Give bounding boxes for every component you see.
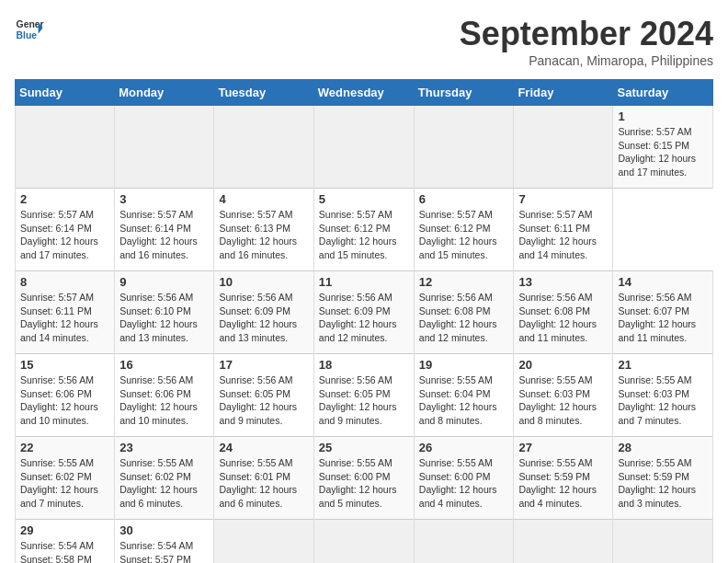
cell-info: Sunrise: 5:56 AMSunset: 6:07 PMDaylight:…	[618, 291, 708, 345]
col-saturday: Saturday	[613, 80, 713, 106]
svg-text:Blue: Blue	[17, 30, 38, 40]
calendar-cell	[313, 520, 414, 564]
cell-info: Sunrise: 5:57 AMSunset: 6:13 PMDaylight:…	[219, 208, 308, 262]
calendar-cell: 14Sunrise: 5:56 AMSunset: 6:07 PMDayligh…	[613, 271, 713, 354]
day-number: 14	[618, 275, 708, 289]
week-row: 8Sunrise: 5:57 AMSunset: 6:11 PMDaylight…	[16, 271, 713, 354]
calendar-cell: 28Sunrise: 5:55 AMSunset: 5:59 PMDayligh…	[613, 437, 713, 520]
calendar-cell: 21Sunrise: 5:55 AMSunset: 6:03 PMDayligh…	[613, 354, 713, 437]
calendar-cell: 6Sunrise: 5:57 AMSunset: 6:12 PMDaylight…	[414, 189, 514, 271]
calendar-cell: 13Sunrise: 5:56 AMSunset: 6:08 PMDayligh…	[514, 271, 613, 354]
cell-info: Sunrise: 5:57 AMSunset: 6:12 PMDaylight:…	[319, 208, 409, 262]
cell-info: Sunrise: 5:55 AMSunset: 5:59 PMDaylight:…	[518, 456, 608, 511]
day-number: 25	[319, 441, 409, 454]
cell-info: Sunrise: 5:55 AMSunset: 6:03 PMDaylight:…	[518, 373, 608, 428]
col-friday: Friday	[514, 80, 613, 106]
day-number: 21	[618, 358, 708, 372]
day-number: 6	[419, 192, 509, 206]
cell-info: Sunrise: 5:55 AMSunset: 6:00 PMDaylight:…	[419, 456, 509, 511]
day-number: 23	[119, 441, 209, 454]
calendar-cell: 12Sunrise: 5:56 AMSunset: 6:08 PMDayligh…	[414, 271, 514, 354]
logo-icon: General Blue	[15, 15, 44, 44]
calendar-cell	[613, 520, 713, 564]
day-number: 12	[419, 275, 509, 289]
empty-cell	[313, 106, 414, 189]
calendar-cell: 19Sunrise: 5:55 AMSunset: 6:04 PMDayligh…	[414, 354, 514, 437]
empty-cell	[514, 106, 613, 189]
day-number: 27	[518, 441, 608, 454]
calendar-cell: 30Sunrise: 5:54 AMSunset: 5:57 PMDayligh…	[115, 520, 214, 564]
cell-info: Sunrise: 5:54 AMSunset: 5:57 PMDaylight:…	[119, 539, 209, 563]
cell-info: Sunrise: 5:56 AMSunset: 6:05 PMDaylight:…	[319, 373, 409, 428]
calendar-cell: 15Sunrise: 5:56 AMSunset: 6:06 PMDayligh…	[16, 354, 115, 437]
calendar-cell: 9Sunrise: 5:56 AMSunset: 6:10 PMDaylight…	[115, 271, 214, 354]
cell-info: Sunrise: 5:56 AMSunset: 6:09 PMDaylight:…	[219, 291, 308, 345]
header-row: Sunday Monday Tuesday Wednesday Thursday…	[16, 80, 713, 106]
empty-cell	[214, 106, 313, 189]
empty-cell	[414, 106, 514, 189]
week-row: 22Sunrise: 5:55 AMSunset: 6:02 PMDayligh…	[16, 437, 713, 520]
calendar-cell: 20Sunrise: 5:55 AMSunset: 6:03 PMDayligh…	[514, 354, 613, 437]
calendar-cell: 27Sunrise: 5:55 AMSunset: 5:59 PMDayligh…	[514, 437, 613, 520]
cell-info: Sunrise: 5:56 AMSunset: 6:09 PMDaylight:…	[319, 291, 409, 345]
week-row: 2Sunrise: 5:57 AMSunset: 6:14 PMDaylight…	[16, 189, 713, 271]
day-number: 19	[419, 358, 509, 372]
col-monday: Monday	[115, 80, 214, 106]
calendar-title: September 2024	[460, 15, 713, 53]
day-number: 24	[219, 441, 308, 454]
calendar-cell: 4Sunrise: 5:57 AMSunset: 6:13 PMDaylight…	[214, 189, 313, 271]
day-number: 9	[119, 275, 209, 289]
cell-info: Sunrise: 5:55 AMSunset: 6:02 PMDaylight:…	[20, 456, 109, 511]
cell-info: Sunrise: 5:57 AMSunset: 6:11 PMDaylight:…	[518, 208, 608, 262]
week-row: 29Sunrise: 5:54 AMSunset: 5:58 PMDayligh…	[16, 520, 713, 564]
col-sunday: Sunday	[16, 80, 115, 106]
cell-info: Sunrise: 5:56 AMSunset: 6:10 PMDaylight:…	[119, 291, 209, 345]
calendar-cell: 29Sunrise: 5:54 AMSunset: 5:58 PMDayligh…	[16, 520, 115, 564]
day-number: 13	[518, 275, 608, 289]
calendar-cell: 2Sunrise: 5:57 AMSunset: 6:14 PMDaylight…	[16, 189, 115, 271]
day-number: 8	[20, 275, 109, 289]
calendar-cell: 17Sunrise: 5:56 AMSunset: 6:05 PMDayligh…	[214, 354, 313, 437]
day-number: 26	[419, 441, 509, 454]
cell-info: Sunrise: 5:55 AMSunset: 6:04 PMDaylight:…	[419, 373, 509, 428]
calendar-cell: 1Sunrise: 5:57 AMSunset: 6:15 PMDaylight…	[613, 106, 713, 189]
day-number: 4	[219, 192, 308, 206]
calendar-cell: 26Sunrise: 5:55 AMSunset: 6:00 PMDayligh…	[414, 437, 514, 520]
calendar-table: Sunday Monday Tuesday Wednesday Thursday…	[15, 79, 713, 563]
day-number: 20	[518, 358, 608, 372]
col-thursday: Thursday	[414, 80, 514, 106]
cell-info: Sunrise: 5:56 AMSunset: 6:05 PMDaylight:…	[219, 373, 308, 428]
calendar-cell	[414, 520, 514, 564]
day-number: 28	[618, 441, 708, 454]
col-wednesday: Wednesday	[313, 80, 414, 106]
calendar-cell	[214, 520, 313, 564]
cell-info: Sunrise: 5:55 AMSunset: 5:59 PMDaylight:…	[618, 456, 708, 511]
calendar-cell: 16Sunrise: 5:56 AMSunset: 6:06 PMDayligh…	[115, 354, 214, 437]
empty-cell	[16, 106, 115, 189]
cell-info: Sunrise: 5:57 AMSunset: 6:11 PMDaylight:…	[20, 291, 109, 345]
calendar-cell: 5Sunrise: 5:57 AMSunset: 6:12 PMDaylight…	[313, 189, 414, 271]
cell-info: Sunrise: 5:56 AMSunset: 6:08 PMDaylight:…	[518, 291, 608, 345]
title-block: September 2024 Panacan, Mimaropa, Philip…	[460, 15, 713, 68]
calendar-cell: 10Sunrise: 5:56 AMSunset: 6:09 PMDayligh…	[214, 271, 313, 354]
col-tuesday: Tuesday	[214, 80, 313, 106]
calendar-cell: 18Sunrise: 5:56 AMSunset: 6:05 PMDayligh…	[313, 354, 414, 437]
calendar-cell: 25Sunrise: 5:55 AMSunset: 6:00 PMDayligh…	[313, 437, 414, 520]
day-number: 5	[319, 192, 409, 206]
cell-info: Sunrise: 5:55 AMSunset: 6:01 PMDaylight:…	[219, 456, 308, 511]
cell-info: Sunrise: 5:56 AMSunset: 6:06 PMDaylight:…	[119, 373, 209, 428]
day-number: 17	[219, 358, 308, 372]
day-number: 1	[618, 109, 708, 123]
day-number: 18	[319, 358, 409, 372]
calendar-cell: 7Sunrise: 5:57 AMSunset: 6:11 PMDaylight…	[514, 189, 613, 271]
cell-info: Sunrise: 5:56 AMSunset: 6:08 PMDaylight:…	[419, 291, 509, 345]
cell-info: Sunrise: 5:55 AMSunset: 6:00 PMDaylight:…	[319, 456, 409, 511]
cell-info: Sunrise: 5:55 AMSunset: 6:03 PMDaylight:…	[618, 373, 708, 428]
day-number: 29	[20, 523, 109, 537]
cell-info: Sunrise: 5:57 AMSunset: 6:15 PMDaylight:…	[618, 125, 708, 179]
cell-info: Sunrise: 5:57 AMSunset: 6:14 PMDaylight:…	[119, 208, 209, 262]
calendar-cell: 8Sunrise: 5:57 AMSunset: 6:11 PMDaylight…	[16, 271, 115, 354]
cell-info: Sunrise: 5:54 AMSunset: 5:58 PMDaylight:…	[20, 539, 109, 563]
day-number: 22	[20, 441, 109, 454]
week-row: 1Sunrise: 5:57 AMSunset: 6:15 PMDaylight…	[16, 106, 713, 189]
